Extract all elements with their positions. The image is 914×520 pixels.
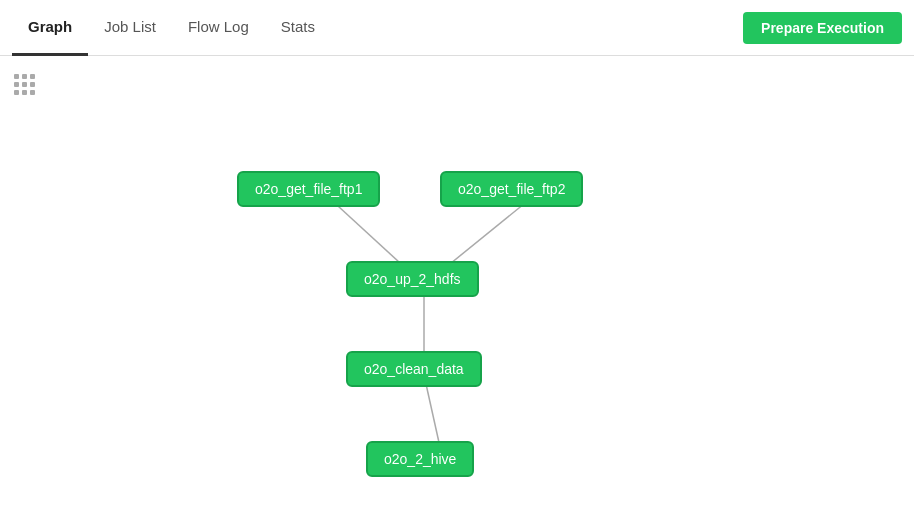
tab-flow-log[interactable]: Flow Log <box>172 0 265 56</box>
node-o2o-2-hive[interactable]: o2o_2_hive <box>366 441 474 477</box>
tab-bar: Graph Job List Flow Log Stats Prepare Ex… <box>0 0 914 56</box>
node-o2o-get-file-ftp1[interactable]: o2o_get_file_ftp1 <box>237 171 380 207</box>
tab-job-list[interactable]: Job List <box>88 0 172 56</box>
tab-stats[interactable]: Stats <box>265 0 331 56</box>
prepare-execution-button[interactable]: Prepare Execution <box>743 12 902 44</box>
node-o2o-get-file-ftp2[interactable]: o2o_get_file_ftp2 <box>440 171 583 207</box>
graph-canvas: o2o_get_file_ftp1 o2o_get_file_ftp2 o2o_… <box>0 56 914 520</box>
tab-graph[interactable]: Graph <box>12 0 88 56</box>
node-o2o-clean-data[interactable]: o2o_clean_data <box>346 351 482 387</box>
node-o2o-up-2-hdfs[interactable]: o2o_up_2_hdfs <box>346 261 479 297</box>
